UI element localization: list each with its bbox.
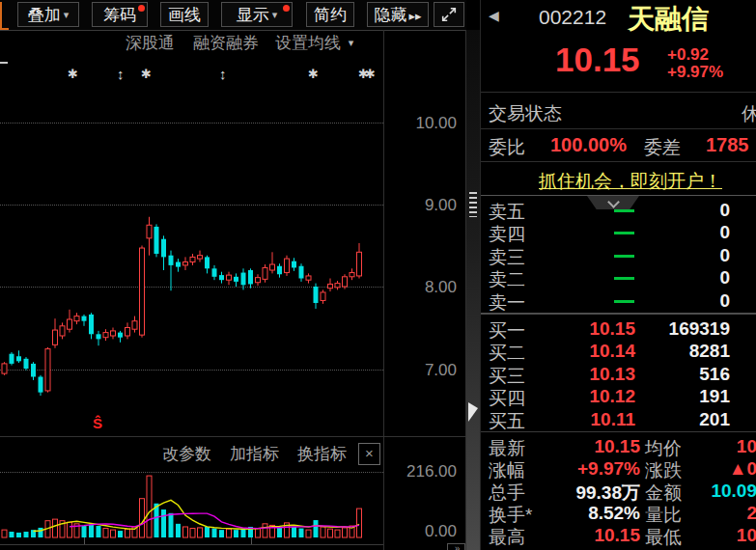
stat-value: 10 (688, 436, 756, 457)
notification-dot-icon (283, 5, 290, 12)
book-level-label: 买五 (489, 409, 525, 434)
stat-value: 10.09 (688, 481, 756, 502)
book-level-label: 买三 (489, 364, 525, 389)
book-level-label: 买四 (489, 386, 525, 411)
sell-row-4[interactable]: 卖二0 (481, 267, 756, 289)
stat-row-2: 涨幅+9.97%涨跌▲0 (481, 458, 756, 481)
stat-row-5: 最高10.15最低10 (481, 525, 756, 547)
book-volume: 0 (635, 200, 730, 221)
book-volume: 0 (635, 290, 730, 312)
stat-value: +9.97% (548, 458, 640, 480)
weibi-label: 委比 (489, 135, 525, 160)
sell-row-1[interactable]: 卖五0 (481, 200, 756, 222)
open-account-link[interactable]: 抓住机会，即刻开户！ (539, 169, 722, 194)
notification-dot-icon (138, 5, 145, 12)
stats-grid: 最新10.15均价10涨幅+9.97%涨跌▲0总手99.38万金额10.09换手… (481, 436, 756, 550)
book-price: 10.11 (558, 409, 635, 430)
back-arrow-icon[interactable]: ◀ (489, 8, 499, 23)
book-volume: 516 (635, 364, 730, 385)
price-tick-8: 8.00 (385, 278, 457, 297)
empty-price-dash-icon (614, 300, 634, 303)
display-button[interactable]: 显示▾ (221, 2, 293, 27)
chevron-down-icon: ▾ (272, 3, 278, 27)
trade-status-label: 交易状态 (489, 101, 562, 126)
x-tick (251, 537, 252, 544)
stat-label: 最低 (645, 525, 682, 550)
kline-canvas (0, 56, 383, 434)
book-volume: 0 (635, 222, 730, 243)
sell-row-2[interactable]: 卖四0 (481, 222, 756, 244)
volume-canvas (0, 437, 383, 545)
sell-order-book: 卖五0卖四0卖三0卖二0卖一0 (481, 200, 756, 311)
expand-arrows-icon (440, 6, 458, 23)
stat-label: 最高 (489, 525, 525, 550)
candlestick-chart[interactable]: ✱↕✱↕✱✱✱ Ŝ (0, 56, 383, 434)
display-button-label: 显示 (237, 6, 269, 24)
stat-row-3: 总手99.38万金额10.09 (481, 481, 756, 503)
stat-row-4: 换手*8.52%量比2 (481, 503, 756, 525)
book-price: 10.14 (558, 341, 635, 362)
chips-button[interactable]: 筹码 (92, 2, 148, 27)
weibi-value: 100.00% (550, 134, 627, 156)
price-tick-7: 7.00 (385, 361, 457, 380)
collapse-arrow-icon[interactable] (468, 402, 478, 422)
partial-active-tool-button[interactable] (0, 2, 9, 30)
stat-value: 8.52% (548, 503, 640, 524)
buy-row-1[interactable]: 买一10.15169319 (481, 318, 756, 341)
stat-value: 2 (688, 503, 756, 524)
hide-button[interactable]: 隐藏▸▸ (367, 2, 429, 27)
stat-row-1: 最新10.15均价10 (481, 436, 756, 458)
empty-price-dash-icon (614, 255, 634, 258)
stat-value: ▲0 (688, 458, 756, 480)
book-volume: 0 (635, 245, 730, 266)
empty-price-dash-icon (614, 277, 634, 280)
chevron-down-icon: ▾ (64, 3, 70, 27)
set-ma-dropdown[interactable]: 设置均线 ▾ (275, 32, 353, 54)
trade-status-value: 休 (742, 101, 756, 126)
draw-line-button-label: 画线 (168, 6, 201, 24)
buy-row-5[interactable]: 买五10.11201 (481, 409, 756, 431)
weicha-label: 委差 (644, 135, 681, 160)
buy-order-book: 买一10.15169319买二10.148281买三10.13516买四10.1… (481, 318, 756, 427)
x-tick (84, 537, 85, 544)
splitter-grip-icon[interactable] (469, 192, 477, 217)
book-level-label: 卖三 (489, 245, 525, 270)
panel-splitter[interactable] (466, 30, 480, 550)
simple-mode-button[interactable]: 简约 (306, 2, 354, 27)
book-volume: 191 (635, 386, 730, 407)
chart-subbar: 深股通 融资融券 设置均线 ▾ (0, 32, 383, 55)
overlay-button[interactable]: 叠加▾ (17, 2, 79, 27)
expand-panel-button[interactable]: » (447, 543, 465, 550)
vol-tick-zero: 0.00 (385, 522, 457, 541)
toolbar: 叠加▾ 筹码 画线 显示▾ 简约 隐藏▸▸ (0, 0, 466, 31)
book-volume: 0 (635, 267, 730, 289)
stock-code: 002212 (539, 6, 606, 29)
stat-value: 10.15 (548, 436, 640, 457)
stock-trading-app: 叠加▾ 筹码 画线 显示▾ 简约 隐藏▸▸ 深股通 融资融券 设置均线 ▾ (0, 0, 756, 550)
sell-row-5[interactable]: 卖一0 (481, 290, 756, 313)
quote-panel: ◀ 002212 天融信 10.15 +0.92 +9.97% 交易状态 休 委… (480, 0, 756, 550)
shenzhen-connect-label[interactable]: 深股通 (126, 32, 175, 54)
simple-mode-button-label: 简约 (314, 6, 347, 24)
book-price: 10.12 (558, 386, 635, 407)
last-price: 10.15 (555, 41, 640, 79)
price-change-pct: +9.97% (667, 64, 723, 81)
buy-row-4[interactable]: 买四10.12191 (481, 386, 756, 408)
empty-price-dash-icon (614, 232, 634, 234)
book-level-label: 卖二 (489, 267, 525, 292)
fullscreen-button[interactable] (434, 2, 464, 27)
draw-line-button[interactable]: 画线 (160, 2, 209, 27)
stat-value: 10.15 (548, 525, 640, 546)
sell-row-3[interactable]: 卖三0 (481, 245, 756, 267)
vol-tick-max: 216.00 (385, 462, 457, 481)
book-volume: 169319 (635, 318, 730, 340)
buy-row-3[interactable]: 买三10.13516 (481, 364, 756, 386)
overlay-button-label: 叠加 (28, 6, 61, 24)
margin-trading-label[interactable]: 融资融券 (193, 32, 259, 54)
book-price: 10.13 (558, 364, 635, 385)
buy-row-2[interactable]: 买二10.148281 (481, 341, 756, 363)
stat-value: 10 (688, 525, 756, 546)
stock-name: 天融信 (628, 1, 709, 38)
book-price: 10.15 (558, 318, 635, 340)
chips-button-label: 筹码 (103, 6, 136, 24)
